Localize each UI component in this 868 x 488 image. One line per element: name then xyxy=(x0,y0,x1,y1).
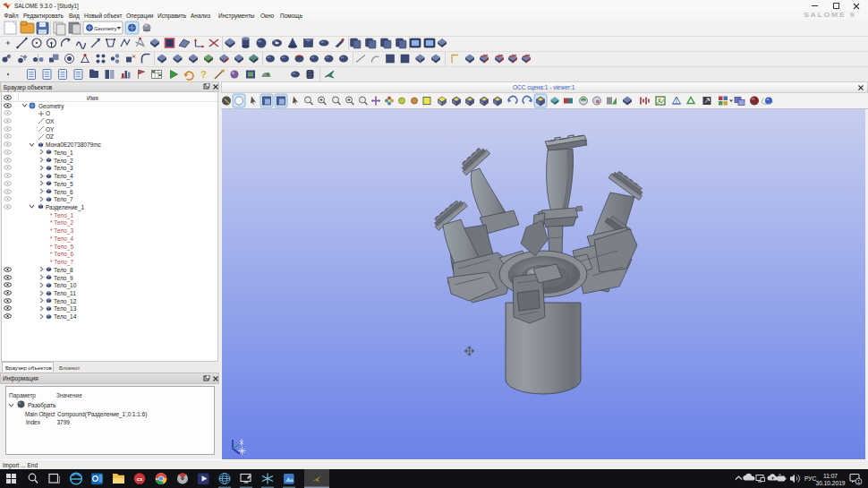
svg-text:cx: cx xyxy=(137,476,143,482)
svg-text:1: 1 xyxy=(857,479,860,484)
svg-text:30.10.2019: 30.10.2019 xyxy=(815,480,845,486)
svg-text:11:07: 11:07 xyxy=(823,473,838,479)
svg-text:?: ? xyxy=(200,69,207,80)
svg-text:Geometry: Geometry xyxy=(94,26,117,31)
